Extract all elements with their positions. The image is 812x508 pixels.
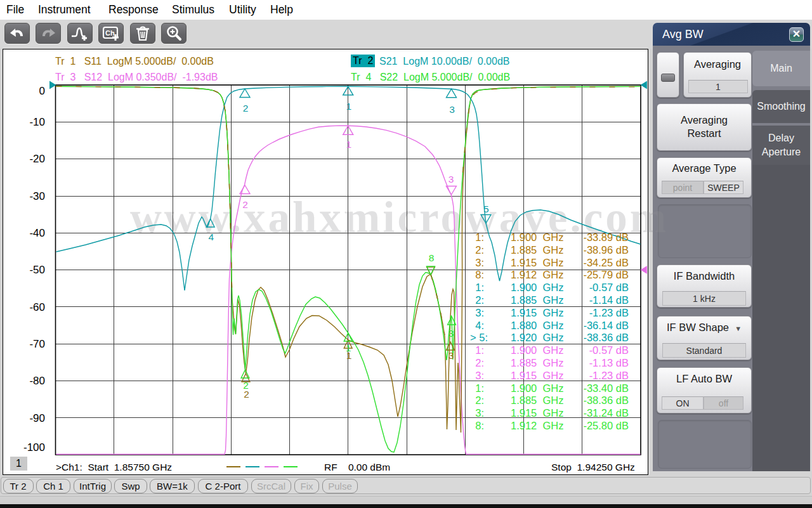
- svg-text:5: 5: [483, 204, 489, 214]
- svg-text:1: 1: [346, 139, 351, 150]
- svg-text:3: 3: [449, 350, 454, 361]
- svg-text:3: 3: [449, 174, 454, 185]
- svg-text:2: 2: [243, 103, 249, 114]
- svg-text:8: 8: [429, 252, 435, 263]
- svg-text:4: 4: [208, 231, 214, 242]
- svg-text:3: 3: [449, 104, 455, 115]
- svg-text:2: 2: [242, 199, 248, 210]
- svg-text:1: 1: [346, 342, 351, 353]
- svg-text:3: 3: [449, 328, 454, 339]
- svg-text:1: 1: [346, 101, 351, 112]
- svg-text:2: 2: [243, 380, 249, 391]
